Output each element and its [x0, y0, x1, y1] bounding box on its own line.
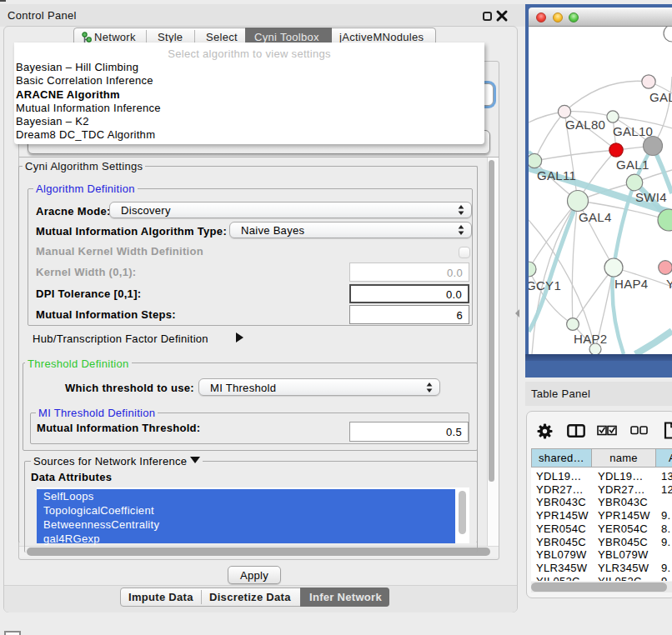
svg-text:YE: YE — [666, 277, 672, 291]
svg-text:GAL2: GAL2 — [649, 90, 672, 104]
svg-text:HAP4: HAP4 — [614, 277, 648, 291]
svg-text:GAL1: GAL1 — [616, 158, 649, 172]
svg-text:GAL10: GAL10 — [613, 124, 653, 138]
svg-text:GAL80: GAL80 — [565, 118, 605, 132]
svg-text:SWI4: SWI4 — [635, 190, 667, 204]
svg-text:GAL11: GAL11 — [537, 168, 576, 182]
svg-text:GCY1: GCY1 — [529, 278, 561, 292]
svg-text:GAL4: GAL4 — [579, 210, 612, 224]
svg-text:HAP2: HAP2 — [574, 332, 607, 346]
